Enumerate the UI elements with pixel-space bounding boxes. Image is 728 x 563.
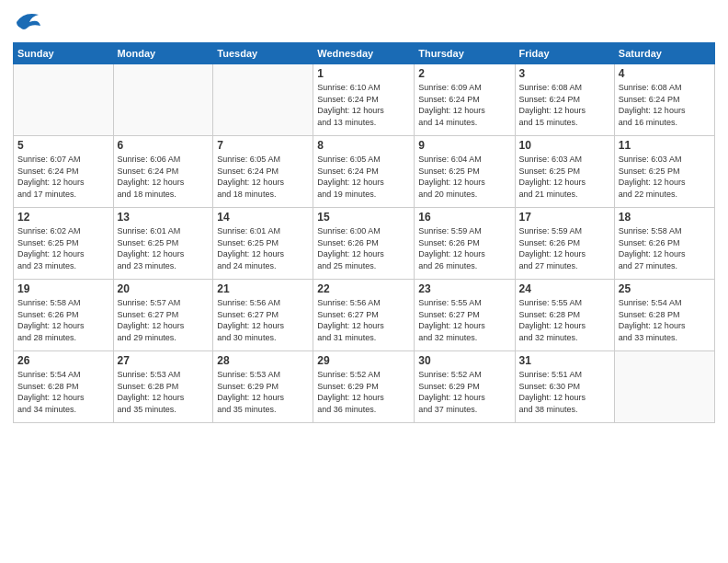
calendar-cell: 5Sunrise: 6:07 AM Sunset: 6:24 PM Daylig… <box>14 136 114 208</box>
calendar-cell: 28Sunrise: 5:53 AM Sunset: 6:29 PM Dayli… <box>213 351 313 423</box>
calendar-cell: 8Sunrise: 6:05 AM Sunset: 6:24 PM Daylig… <box>313 136 415 208</box>
day-number: 24 <box>519 282 610 295</box>
day-number: 6 <box>118 139 210 152</box>
day-info: Sunrise: 5:54 AM Sunset: 6:28 PM Dayligh… <box>17 369 109 415</box>
day-number: 16 <box>418 211 510 224</box>
day-info: Sunrise: 5:58 AM Sunset: 6:26 PM Dayligh… <box>619 225 711 271</box>
day-number: 28 <box>217 354 309 367</box>
calendar-week-row: 1Sunrise: 6:10 AM Sunset: 6:24 PM Daylig… <box>14 64 715 136</box>
day-number: 21 <box>217 282 309 295</box>
calendar-cell: 21Sunrise: 5:56 AM Sunset: 6:27 PM Dayli… <box>213 280 313 351</box>
calendar-week-row: 12Sunrise: 6:02 AM Sunset: 6:25 PM Dayli… <box>14 208 715 280</box>
calendar-cell: 4Sunrise: 6:08 AM Sunset: 6:24 PM Daylig… <box>614 64 714 136</box>
day-info: Sunrise: 6:08 AM Sunset: 6:24 PM Dayligh… <box>519 82 610 128</box>
day-number: 13 <box>118 211 210 224</box>
day-number: 17 <box>519 211 610 224</box>
day-info: Sunrise: 6:01 AM Sunset: 6:25 PM Dayligh… <box>217 225 309 271</box>
day-info: Sunrise: 5:51 AM Sunset: 6:30 PM Dayligh… <box>519 369 610 415</box>
calendar-header-friday: Friday <box>515 43 614 64</box>
calendar-cell: 25Sunrise: 5:54 AM Sunset: 6:28 PM Dayli… <box>614 280 714 351</box>
calendar-cell <box>614 351 714 423</box>
calendar-cell: 13Sunrise: 6:01 AM Sunset: 6:25 PM Dayli… <box>113 208 213 280</box>
day-info: Sunrise: 6:08 AM Sunset: 6:24 PM Dayligh… <box>619 82 711 128</box>
calendar-cell: 31Sunrise: 5:51 AM Sunset: 6:30 PM Dayli… <box>515 351 614 423</box>
day-info: Sunrise: 6:06 AM Sunset: 6:24 PM Dayligh… <box>118 154 210 200</box>
day-number: 22 <box>317 282 410 295</box>
day-info: Sunrise: 5:52 AM Sunset: 6:29 PM Dayligh… <box>317 369 410 415</box>
calendar-cell: 19Sunrise: 5:58 AM Sunset: 6:26 PM Dayli… <box>14 280 114 351</box>
day-info: Sunrise: 6:09 AM Sunset: 6:24 PM Dayligh… <box>418 82 510 128</box>
calendar-cell: 1Sunrise: 6:10 AM Sunset: 6:24 PM Daylig… <box>313 64 415 136</box>
calendar-cell: 26Sunrise: 5:54 AM Sunset: 6:28 PM Dayli… <box>14 351 114 423</box>
day-number: 25 <box>619 282 711 295</box>
day-info: Sunrise: 5:59 AM Sunset: 6:26 PM Dayligh… <box>519 225 610 271</box>
calendar-cell: 24Sunrise: 5:55 AM Sunset: 6:28 PM Dayli… <box>515 280 614 351</box>
day-number: 10 <box>519 139 610 152</box>
calendar-cell: 7Sunrise: 6:05 AM Sunset: 6:24 PM Daylig… <box>213 136 313 208</box>
day-number: 11 <box>619 139 711 152</box>
calendar-cell: 15Sunrise: 6:00 AM Sunset: 6:26 PM Dayli… <box>313 208 415 280</box>
calendar-cell: 10Sunrise: 6:03 AM Sunset: 6:25 PM Dayli… <box>515 136 614 208</box>
day-info: Sunrise: 6:10 AM Sunset: 6:24 PM Dayligh… <box>317 82 410 128</box>
calendar-cell: 2Sunrise: 6:09 AM Sunset: 6:24 PM Daylig… <box>415 64 515 136</box>
day-info: Sunrise: 5:54 AM Sunset: 6:28 PM Dayligh… <box>619 297 711 343</box>
day-info: Sunrise: 6:07 AM Sunset: 6:24 PM Dayligh… <box>17 154 109 200</box>
day-number: 9 <box>418 139 510 152</box>
day-number: 14 <box>217 211 309 224</box>
day-number: 29 <box>317 354 410 367</box>
day-number: 3 <box>519 67 610 80</box>
calendar-cell: 6Sunrise: 6:06 AM Sunset: 6:24 PM Daylig… <box>113 136 213 208</box>
day-info: Sunrise: 6:05 AM Sunset: 6:24 PM Dayligh… <box>217 154 309 200</box>
day-info: Sunrise: 6:02 AM Sunset: 6:25 PM Dayligh… <box>17 225 109 271</box>
day-number: 1 <box>317 67 410 80</box>
calendar-cell: 16Sunrise: 5:59 AM Sunset: 6:26 PM Dayli… <box>415 208 515 280</box>
day-number: 2 <box>418 67 510 80</box>
calendar-header-wednesday: Wednesday <box>313 43 415 64</box>
calendar-header-row: SundayMondayTuesdayWednesdayThursdayFrid… <box>14 43 715 64</box>
day-info: Sunrise: 5:58 AM Sunset: 6:26 PM Dayligh… <box>17 297 109 343</box>
calendar-week-row: 26Sunrise: 5:54 AM Sunset: 6:28 PM Dayli… <box>14 351 715 423</box>
day-info: Sunrise: 6:01 AM Sunset: 6:25 PM Dayligh… <box>118 225 210 271</box>
day-number: 30 <box>418 354 510 367</box>
logo <box>13 9 42 35</box>
day-info: Sunrise: 5:56 AM Sunset: 6:27 PM Dayligh… <box>317 297 410 343</box>
calendar-cell: 3Sunrise: 6:08 AM Sunset: 6:24 PM Daylig… <box>515 64 614 136</box>
calendar-header-monday: Monday <box>113 43 213 64</box>
day-info: Sunrise: 6:04 AM Sunset: 6:25 PM Dayligh… <box>418 154 510 200</box>
header <box>13 9 715 35</box>
day-number: 8 <box>317 139 410 152</box>
calendar-cell <box>213 64 313 136</box>
calendar-week-row: 19Sunrise: 5:58 AM Sunset: 6:26 PM Dayli… <box>14 280 715 351</box>
calendar-cell: 20Sunrise: 5:57 AM Sunset: 6:27 PM Dayli… <box>113 280 213 351</box>
day-number: 4 <box>619 67 711 80</box>
calendar-cell: 23Sunrise: 5:55 AM Sunset: 6:27 PM Dayli… <box>415 280 515 351</box>
day-number: 31 <box>519 354 610 367</box>
day-number: 15 <box>317 211 410 224</box>
day-number: 12 <box>17 211 109 224</box>
day-info: Sunrise: 5:55 AM Sunset: 6:28 PM Dayligh… <box>519 297 610 343</box>
calendar-cell: 22Sunrise: 5:56 AM Sunset: 6:27 PM Dayli… <box>313 280 415 351</box>
day-info: Sunrise: 5:53 AM Sunset: 6:28 PM Dayligh… <box>118 369 210 415</box>
calendar-cell: 11Sunrise: 6:03 AM Sunset: 6:25 PM Dayli… <box>614 136 714 208</box>
calendar-header-saturday: Saturday <box>614 43 714 64</box>
day-info: Sunrise: 5:56 AM Sunset: 6:27 PM Dayligh… <box>217 297 309 343</box>
calendar-header-thursday: Thursday <box>415 43 515 64</box>
day-info: Sunrise: 5:53 AM Sunset: 6:29 PM Dayligh… <box>217 369 309 415</box>
day-number: 27 <box>118 354 210 367</box>
calendar-cell: 29Sunrise: 5:52 AM Sunset: 6:29 PM Dayli… <box>313 351 415 423</box>
day-number: 18 <box>619 211 711 224</box>
day-number: 20 <box>118 282 210 295</box>
calendar-cell: 30Sunrise: 5:52 AM Sunset: 6:29 PM Dayli… <box>415 351 515 423</box>
calendar-cell: 12Sunrise: 6:02 AM Sunset: 6:25 PM Dayli… <box>14 208 114 280</box>
calendar-cell <box>14 64 114 136</box>
day-info: Sunrise: 5:59 AM Sunset: 6:26 PM Dayligh… <box>418 225 510 271</box>
day-info: Sunrise: 5:52 AM Sunset: 6:29 PM Dayligh… <box>418 369 510 415</box>
calendar-cell: 14Sunrise: 6:01 AM Sunset: 6:25 PM Dayli… <box>213 208 313 280</box>
page: SundayMondayTuesdayWednesdayThursdayFrid… <box>0 0 728 563</box>
calendar-cell: 9Sunrise: 6:04 AM Sunset: 6:25 PM Daylig… <box>415 136 515 208</box>
day-info: Sunrise: 6:05 AM Sunset: 6:24 PM Dayligh… <box>317 154 410 200</box>
day-info: Sunrise: 6:03 AM Sunset: 6:25 PM Dayligh… <box>619 154 711 200</box>
calendar-week-row: 5Sunrise: 6:07 AM Sunset: 6:24 PM Daylig… <box>14 136 715 208</box>
calendar-cell: 18Sunrise: 5:58 AM Sunset: 6:26 PM Dayli… <box>614 208 714 280</box>
logo-bird-icon <box>13 9 42 35</box>
